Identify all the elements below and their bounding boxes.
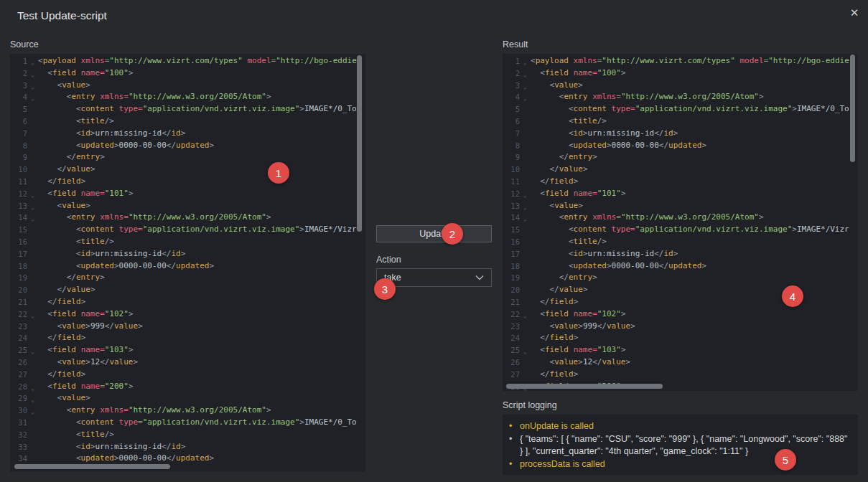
log-entry: •{ "teams": [ { "name": "CSU", "score": …: [509, 433, 851, 458]
line-number: 3: [503, 80, 520, 92]
fold-toggle-icon[interactable]: ⌄: [27, 82, 38, 94]
line-number: 11: [503, 176, 520, 188]
line-number: 17: [10, 248, 27, 260]
code-text: <entry xmlns="http://www.w3.org/2005/Ato…: [531, 91, 764, 103]
code-line: 11 </field>: [503, 176, 858, 188]
code-text: <id>urn:missing-id</id>: [38, 248, 185, 260]
code-text: </field>: [38, 332, 85, 344]
line-number: 12: [503, 188, 520, 200]
code-text: </entry>: [38, 151, 105, 164]
code-text: <content type="application/vnd.vizrt.viz…: [38, 224, 357, 236]
line-number: 26: [10, 356, 27, 369]
code-line: 19 </entry>: [503, 272, 858, 284]
fold-toggle-icon[interactable]: ⌄: [520, 93, 531, 105]
annotation-badge-4: 4: [782, 285, 803, 307]
fold-toggle-icon[interactable]: ⌄: [27, 383, 38, 395]
annotation-badge-5: 5: [775, 449, 796, 471]
test-update-script-dialog: Test Update-script ✕ Source 1⌄<payload x…: [0, 0, 868, 482]
script-logging-panel[interactable]: •onUpdate is called•{ "teams": [ { "name…: [503, 415, 858, 475]
code-text: </field>: [531, 332, 578, 344]
close-icon[interactable]: ✕: [846, 4, 863, 22]
line-number: 25: [503, 344, 520, 356]
code-text: <value>: [531, 80, 583, 92]
code-line: 25⌄ <field name="103">: [503, 344, 858, 356]
code-line: 20 </value>: [503, 284, 858, 296]
code-text: <title/>: [38, 115, 114, 128]
fold-toggle-icon[interactable]: ⌄: [520, 214, 531, 226]
code-line: 16 <title/>: [503, 236, 858, 248]
code-text: </value>: [38, 284, 95, 296]
code-line: 25⌄ <field name="103">: [10, 344, 365, 356]
fold-toggle-icon[interactable]: ⌄: [520, 190, 531, 202]
code-line: 20 </value>: [10, 284, 365, 296]
line-number: 10: [10, 164, 27, 176]
source-vertical-scrollbar[interactable]: [357, 55, 362, 232]
code-text: <field name="103">: [531, 344, 626, 356]
line-number: 15: [10, 224, 27, 236]
fold-gutter: [520, 298, 531, 311]
code-line: 31 <content type="application/vnd.vizrt.…: [10, 417, 365, 429]
fold-toggle-icon[interactable]: ⌄: [27, 214, 38, 226]
code-text: <value>999</value>: [531, 321, 635, 333]
fold-toggle-icon[interactable]: ⌄: [27, 190, 38, 202]
fold-toggle-icon[interactable]: ⌄: [520, 202, 531, 214]
result-vertical-scrollbar[interactable]: [850, 55, 855, 162]
code-line: 7 <id>urn:missing-id</id>: [503, 128, 858, 140]
code-line: 7 <id>urn:missing-id</id>: [10, 128, 365, 140]
fold-gutter: [520, 371, 531, 383]
fold-toggle-icon[interactable]: ⌄: [27, 70, 38, 82]
line-number: 14: [10, 212, 27, 224]
line-number: 20: [10, 284, 27, 296]
fold-gutter: [27, 105, 38, 118]
annotation-badge-1: 1: [268, 162, 289, 184]
code-line: 15 <content type="application/vnd.vizrt.…: [10, 224, 365, 236]
line-number: 17: [503, 248, 520, 260]
fold-gutter: [520, 142, 531, 154]
line-number: 24: [503, 332, 520, 344]
fold-toggle-icon[interactable]: ⌄: [27, 57, 38, 70]
code-line: 3⌄ <value>: [10, 80, 365, 92]
code-line: 2⌄ <field name="100">: [503, 67, 858, 80]
fold-toggle-icon[interactable]: ⌄: [520, 57, 531, 70]
code-text: <updated>0000-00-00</updated>: [531, 140, 706, 152]
code-text: <value>: [38, 200, 90, 212]
fold-toggle-icon[interactable]: ⌄: [27, 407, 38, 419]
fold-toggle-icon[interactable]: ⌄: [27, 394, 38, 407]
fold-gutter: [27, 142, 38, 154]
line-number: 22: [10, 308, 27, 321]
source-editor[interactable]: 1⌄<payload xmlns="http://www.vizrt.com/t…: [10, 54, 365, 472]
update-button[interactable]: Update: [376, 225, 492, 242]
code-text: <field name="103">: [38, 344, 134, 356]
fold-gutter: [27, 334, 38, 346]
line-number: 5: [503, 103, 520, 115]
source-horizontal-scrollbar[interactable]: [14, 464, 170, 469]
line-number: 10: [503, 164, 520, 176]
code-text: <content type="application/vnd.vizrt.viz…: [531, 103, 849, 115]
log-entry: •onUpdate is called: [509, 420, 851, 433]
line-number: 9: [503, 151, 520, 164]
line-number: 26: [503, 356, 520, 369]
code-line: 24 </field>: [503, 332, 858, 344]
result-editor[interactable]: 1⌄<payload xmlns="http://www.vizrt.com/t…: [503, 54, 858, 391]
code-text: <value>: [38, 392, 90, 405]
fold-toggle-icon[interactable]: ⌄: [27, 202, 38, 214]
code-text: <updated>0000-00-00</updated>: [531, 260, 706, 273]
fold-toggle-icon[interactable]: ⌄: [27, 93, 38, 105]
code-text: <value>12</value>: [38, 356, 138, 369]
fold-toggle-icon[interactable]: ⌄: [27, 346, 38, 359]
code-line: 12⌄ <field name="101">: [10, 188, 365, 200]
line-number: 9: [10, 151, 27, 164]
result-horizontal-scrollbar[interactable]: [506, 384, 663, 389]
fold-toggle-icon[interactable]: ⌄: [520, 346, 531, 359]
code-text: <id>urn:missing-id</id>: [531, 128, 678, 140]
line-number: 6: [10, 115, 27, 128]
fold-gutter: [27, 298, 38, 311]
line-number: 34: [10, 453, 27, 465]
fold-toggle-icon[interactable]: ⌄: [520, 311, 531, 323]
fold-gutter: [520, 238, 531, 250]
fold-toggle-icon[interactable]: ⌄: [27, 311, 38, 323]
dialog-title: Test Update-script: [17, 9, 107, 22]
code-line: 26 <value>12</value>: [503, 356, 858, 369]
fold-toggle-icon[interactable]: ⌄: [520, 70, 531, 82]
fold-toggle-icon[interactable]: ⌄: [520, 82, 531, 94]
